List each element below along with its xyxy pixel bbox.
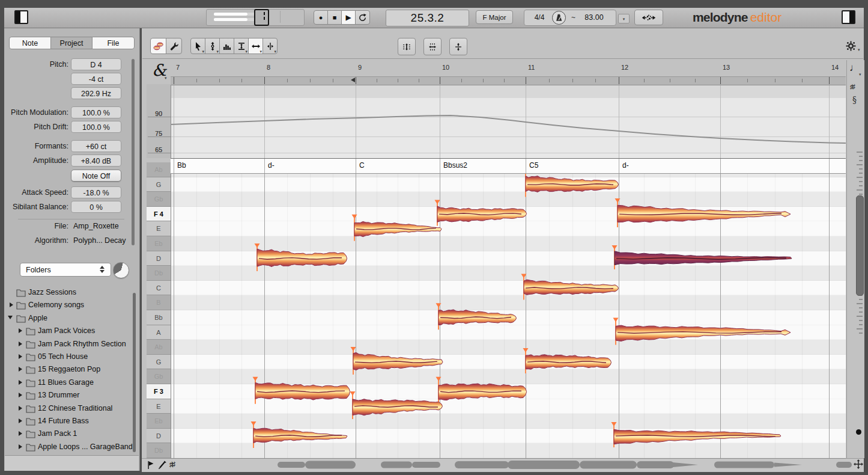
field-value-box[interactable]: D 4 (71, 58, 121, 70)
pitch-ruler-cell[interactable]: Bb (147, 310, 171, 325)
field-value-box[interactable]: 0 % (71, 201, 121, 213)
blob-view-button[interactable] (150, 38, 166, 54)
tree-disclosure-closed[interactable] (19, 367, 22, 372)
chord-label[interactable]: C5 (529, 161, 538, 170)
tree-disclosure-open[interactable] (8, 316, 13, 319)
field-value-box[interactable]: 292.9 Hz (71, 87, 121, 99)
tree-disclosure-closed[interactable] (19, 444, 22, 449)
tempo-dropdown-button[interactable]: ▾ (618, 14, 630, 23)
tab-project[interactable]: Project (50, 37, 93, 49)
panel-toggle-button[interactable] (842, 10, 855, 24)
tree-disclosure-closed[interactable] (19, 380, 22, 385)
inspector-scrollbar[interactable] (132, 59, 135, 245)
tab-note[interactable]: Note (9, 37, 51, 49)
pitch-ruler-cell[interactable]: D (147, 251, 171, 266)
tree-item-label[interactable]: Celemony songs (28, 301, 84, 309)
sidebar-toggle-button[interactable] (14, 10, 28, 24)
folders-select[interactable]: Folders (20, 263, 111, 277)
playhead-marker[interactable] (351, 78, 355, 82)
play-button[interactable]: ▶ (341, 10, 356, 25)
pitch-scrollbar-thumb[interactable] (856, 195, 864, 296)
note-off-button[interactable]: Note Off (71, 170, 121, 182)
stop-button[interactable]: ■ (327, 10, 342, 25)
field-value-box[interactable]: +8.40 dB (71, 155, 121, 167)
pitch-ruler-cell[interactable]: Eb (147, 414, 171, 429)
tree-item-label[interactable]: 11 Blues Garage (38, 378, 94, 387)
tree-disclosure-closed[interactable] (10, 302, 13, 307)
field-value-box[interactable]: 100.0 % (71, 106, 121, 118)
overview-strip[interactable] (142, 458, 864, 472)
scale-clef-button[interactable]: § (852, 95, 857, 105)
assignment-mode-button[interactable] (166, 38, 182, 54)
pitch-ruler-cell[interactable]: G (147, 355, 171, 370)
pitch-ruler-cell[interactable]: E (147, 399, 171, 414)
pitch-ruler-cell[interactable]: Db (147, 266, 171, 281)
key-button[interactable]: F Major (476, 10, 513, 24)
chord-label[interactable]: d- (268, 161, 275, 170)
tempo-value[interactable]: 83.00 (578, 13, 610, 22)
position-display[interactable]: 25.3.2 (386, 10, 469, 26)
pitch-ruler-cell[interactable]: Gb (147, 369, 171, 384)
clef-selector[interactable]: & ▾ (147, 60, 171, 85)
tree-item-label[interactable]: 05 Tech House (38, 352, 88, 361)
tree-item-label[interactable]: 12 Chinese Traditional (38, 404, 112, 412)
tree-disclosure-closed[interactable] (19, 342, 22, 346)
tree-item-label[interactable]: Apple Loops ... GarageBand (38, 443, 133, 451)
pitch-ruler-cell[interactable]: A (147, 325, 171, 340)
tree-item-label[interactable]: Jazz Sessions (28, 288, 76, 296)
tree-disclosure-closed[interactable] (19, 431, 22, 436)
scale-snap-button[interactable]: ♯♯ (850, 83, 854, 90)
settings-button[interactable]: ▾ (846, 41, 861, 53)
tree-item-label[interactable]: Jam Pack 1 (38, 429, 77, 438)
tree-disclosure-closed[interactable] (19, 393, 22, 397)
flag-tool-button[interactable] (147, 460, 156, 470)
field-value-box[interactable]: 100.0 % (71, 121, 121, 133)
pitch-ruler-cell[interactable]: G (147, 177, 171, 192)
tool-time-handle[interactable]: ▾ (263, 38, 278, 54)
correct-pitch-macro-button[interactable] (398, 38, 416, 55)
tree-item-label[interactable]: 15 Reggaeton Pop (38, 365, 100, 373)
pitch-ruler-cell[interactable]: Gb (147, 192, 171, 207)
tool-pitch-drift[interactable]: ▾ (234, 38, 249, 54)
pitch-ruler-cell[interactable]: F 4 (147, 207, 171, 222)
tree-item-label[interactable]: Jam Pack Rhythm Section (38, 340, 126, 348)
record-button[interactable]: ● (314, 10, 328, 25)
tool-pitch-modulation[interactable] (219, 38, 234, 54)
pitch-ruler-cell[interactable]: Eb (147, 236, 171, 251)
pitch-ruler-cell[interactable]: E (147, 221, 171, 236)
slider-handle[interactable] (254, 9, 269, 26)
volume-knob[interactable] (113, 262, 129, 278)
quantize-time-macro-button[interactable] (423, 38, 442, 55)
tool-pointer[interactable]: ▾ (190, 38, 205, 54)
meter-value[interactable]: 4/4 (529, 13, 550, 22)
field-value-box[interactable]: -4 ct (71, 73, 121, 85)
autostretch-button[interactable] (634, 10, 663, 25)
chord-label[interactable]: C (359, 161, 365, 170)
playhead-follow-dot[interactable] (856, 429, 861, 435)
tree-item-label[interactable]: 14 Future Bass (38, 417, 89, 425)
pitch-ruler-cell[interactable]: Ab (147, 162, 171, 177)
pitch-ruler-cell[interactable]: Db (147, 443, 171, 458)
tool-timing[interactable]: ▾ (248, 38, 263, 54)
tick-strip[interactable] (171, 76, 846, 85)
tree-disclosure-closed[interactable] (19, 354, 22, 359)
tree-item-label[interactable]: Apple (28, 314, 47, 322)
pitch-center-macro-button[interactable] (449, 38, 467, 55)
chord-label[interactable]: Bbsus2 (443, 161, 467, 170)
pitch-ruler-cell[interactable]: F 3 (147, 384, 171, 399)
field-value-box[interactable]: -18.0 % (71, 186, 121, 198)
monitor-slider[interactable] (206, 9, 305, 26)
pitch-ruler-cell[interactable]: D (147, 429, 171, 444)
pitch-ruler-cell[interactable]: B (147, 295, 171, 310)
tree-item-label[interactable]: 13 Drummer (38, 391, 79, 399)
tool-pitch[interactable]: ▾ (205, 38, 220, 54)
cycle-button[interactable] (355, 10, 370, 25)
tree-disclosure-closed[interactable] (19, 406, 22, 411)
tree-scrollbar[interactable] (133, 293, 136, 452)
pitch-ruler-cell[interactable]: Ab (147, 340, 171, 355)
field-value-box[interactable]: +60 ct (71, 140, 121, 152)
note-grid-selector[interactable]: ♩ ▾ (849, 62, 863, 80)
edit-tool-button[interactable] (157, 460, 167, 470)
overview-nav-button[interactable] (853, 459, 864, 470)
chord-label[interactable]: Bb (177, 161, 186, 170)
